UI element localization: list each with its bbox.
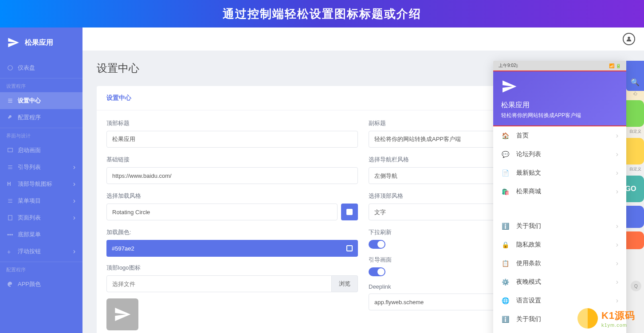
- chevron-right-icon: ›: [616, 169, 618, 177]
- phone-menu-item[interactable]: ⚙️夜晚模式›: [493, 273, 626, 291]
- menu-label: 松果商城: [516, 188, 541, 196]
- svg-point-3: [628, 37, 630, 39]
- phone-menu-item[interactable]: 📄最新贴文›: [493, 164, 626, 182]
- sidebar-section: 设置程序: [0, 78, 82, 92]
- chevron-right-icon: ›: [616, 241, 618, 249]
- menu-label: 关于我们: [516, 222, 541, 230]
- phone-subtitle: 轻松将你的网站转换成APP客户端: [501, 112, 618, 119]
- phone-statusbar: 上午9:02 ᛒ 📶 🔋: [493, 61, 626, 71]
- user-avatar[interactable]: [623, 33, 635, 45]
- menu-icon: [7, 198, 13, 204]
- menu-label: 最新贴文: [516, 169, 541, 177]
- pages-icon: [7, 215, 13, 221]
- palette-icon: [7, 281, 13, 287]
- phone-menu-item[interactable]: 🛍️松果商城›: [493, 182, 626, 201]
- chevron-right-icon: ›: [616, 150, 618, 158]
- chevron-right-icon: ›: [616, 188, 618, 196]
- bluetooth-icon: ᛒ: [516, 63, 518, 68]
- user-icon: [625, 35, 632, 43]
- sidebar-item-settings[interactable]: 设置中心: [0, 92, 82, 109]
- topbar: [82, 27, 644, 51]
- menu-icon: 📋: [501, 259, 509, 267]
- main-area: 设置中心 设置中心 顶部标题 副标题: [82, 27, 644, 333]
- watermark: K1源码 k1ym.com: [577, 308, 635, 329]
- sliders-icon: [7, 98, 13, 104]
- menu-label: 论坛列表: [516, 150, 541, 158]
- menu-icon: 🌐: [501, 297, 509, 305]
- color-picker-button[interactable]: [341, 240, 358, 257]
- promo-banner: 通过控制端轻松设置图标标题或介绍: [0, 0, 644, 27]
- chevron-right-icon: ›: [616, 278, 618, 286]
- phone-preview: 上午9:02 ᛒ 📶 🔋 松果应用 轻松将你的网站转换成APP客户端 🏠首页›💬…: [493, 61, 626, 333]
- paper-plane-icon: [114, 306, 131, 323]
- sidebar-item-guide[interactable]: 引导列表 ›: [0, 159, 82, 176]
- sidebar-item-dashboard[interactable]: 仪表盘: [0, 59, 82, 76]
- menu-label: 隐私政策: [516, 241, 541, 249]
- chevron-right-icon: ›: [616, 132, 618, 140]
- scroll-top-button[interactable]: Q: [631, 281, 641, 291]
- sidebar-item-fab[interactable]: + 浮动按钮 ›: [0, 243, 82, 260]
- browse-button[interactable]: 浏览: [332, 275, 358, 292]
- phone-menu-item[interactable]: 🌐语言设置›: [493, 291, 626, 310]
- logo-file-input[interactable]: [106, 275, 332, 292]
- chevron-right-icon: ›: [73, 180, 75, 188]
- phone-menu-item[interactable]: 📋使用条款›: [493, 254, 626, 273]
- top-title-input[interactable]: [106, 131, 358, 148]
- menu-icon: ⚙️: [501, 278, 509, 286]
- guide-screen-toggle[interactable]: [369, 267, 385, 276]
- watermark-logo-icon: [577, 308, 598, 329]
- menu-label: 首页: [516, 132, 529, 140]
- svg-point-0: [8, 66, 13, 71]
- menu-label: 夜晚模式: [516, 278, 541, 286]
- wrench-icon: [7, 114, 13, 121]
- sidebar-section: 配置程序: [0, 262, 82, 276]
- sidebar-item-appcolor[interactable]: APP颜色: [0, 276, 82, 293]
- sidebar: 松果应用 仪表盘 设置程序 设置中心 配置程序 界面与设计 启动画面 引导列表 …: [0, 27, 82, 333]
- field-label: 顶部logo图标: [106, 264, 358, 272]
- menu-icon: 🛍️: [501, 188, 509, 196]
- menu-label: 使用条款: [516, 259, 541, 267]
- phone-menu-item[interactable]: 🏠首页›: [493, 126, 626, 145]
- menu-icon: ℹ️: [501, 315, 509, 323]
- sidebar-section: 界面与设计: [0, 128, 82, 142]
- load-style-select[interactable]: Rotating Circle: [106, 204, 338, 220]
- chevron-right-icon: ›: [73, 214, 75, 222]
- sidebar-item-config[interactable]: 配置程序: [0, 109, 82, 126]
- menu-icon: 💬: [501, 150, 509, 158]
- chevron-right-icon: ›: [73, 247, 75, 255]
- brand: 松果应用: [0, 27, 82, 59]
- menu-label: 关于我们: [516, 315, 541, 323]
- sidebar-item-splash[interactable]: 启动画面: [0, 142, 82, 159]
- background-preview: 🔍 心 自定义 自定义 GO Q: [626, 61, 644, 333]
- phone-menu-item[interactable]: 💬论坛列表›: [493, 145, 626, 164]
- sidebar-item-topnav[interactable]: H 顶部导航图标 ›: [0, 176, 82, 192]
- sidebar-item-bottom[interactable]: ••• 底部菜单: [0, 226, 82, 243]
- pull-refresh-toggle[interactable]: [369, 240, 385, 249]
- sidebar-item-menu[interactable]: 菜单项目 ›: [0, 192, 82, 209]
- load-color-input[interactable]: [106, 240, 341, 257]
- paper-plane-icon: [501, 78, 517, 94]
- h-icon: H: [7, 181, 13, 187]
- svg-rect-2: [8, 215, 12, 220]
- menu-label: 语言设置: [516, 297, 541, 305]
- field-label: 选择加载风格: [106, 192, 358, 200]
- base-link-input[interactable]: [106, 167, 358, 184]
- chevron-right-icon: ›: [616, 259, 618, 267]
- menu-icon: ℹ️: [501, 222, 509, 230]
- chevron-right-icon: ›: [616, 297, 618, 305]
- sidebar-item-pages[interactable]: 页面列表 ›: [0, 209, 82, 226]
- load-preview-button[interactable]: [341, 204, 358, 220]
- signal-icon: 📶 🔋: [609, 63, 621, 68]
- list-icon: [7, 164, 13, 170]
- phone-menu-item[interactable]: 🔒隐私政策›: [493, 235, 626, 254]
- field-label: 基础链接: [106, 156, 358, 164]
- dots-icon: •••: [7, 231, 13, 238]
- phone-header: 松果应用 轻松将你的网站转换成APP客户端: [493, 71, 626, 125]
- chevron-right-icon: ›: [73, 197, 75, 205]
- field-label: 顶部标题: [106, 119, 358, 127]
- phone-menu-item[interactable]: ℹ️关于我们›: [493, 217, 626, 235]
- svg-rect-1: [8, 148, 13, 152]
- chevron-right-icon: ›: [73, 163, 75, 171]
- menu-icon: 🔒: [501, 241, 509, 249]
- field-label: 加载颜色:: [106, 228, 358, 236]
